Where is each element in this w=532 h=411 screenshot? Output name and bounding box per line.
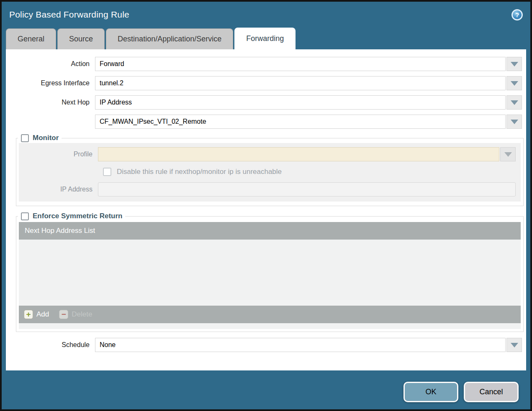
egress-interface-label: Egress Interface (6, 79, 95, 87)
next-hop-address-list-table: Next Hop Address List + Add − Delete (19, 222, 521, 329)
schedule-row: Schedule (6, 338, 522, 352)
action-label: Action (6, 60, 95, 68)
next-hop-address-list-header: Next Hop Address List (19, 222, 521, 240)
profile-dropdown-button (500, 147, 516, 161)
chevron-down-icon (511, 120, 518, 124)
enforce-symmetric-return-legend: Enforce Symmetric Return (18, 212, 125, 220)
profile-row: Profile (19, 147, 516, 161)
next-hop-type-input[interactable] (95, 95, 506, 110)
enforce-symmetric-return-legend-label: Enforce Symmetric Return (33, 212, 122, 220)
next-hop-address-list-toolbar: + Add − Delete (19, 306, 521, 323)
egress-interface-row: Egress Interface (6, 76, 522, 90)
next-hop-address-list-body (19, 240, 521, 306)
monitor-panel: Profile Disable this rule if nexthop/mon… (19, 143, 521, 202)
next-hop-address-row (6, 115, 522, 129)
profile-input (98, 147, 499, 161)
monitor-ip-address-label: IP Address (19, 186, 98, 193)
help-icon[interactable]: ? (511, 9, 523, 20)
monitor-section: Monitor Profile Disable this rule if nex… (16, 134, 524, 206)
monitor-ip-address-input (98, 182, 516, 197)
tab-destination-application-service[interactable]: Destination/Application/Service (106, 28, 233, 49)
chevron-down-icon (504, 152, 512, 157)
disable-rule-label: Disable this rule if nexthop/monitor ip … (117, 168, 282, 176)
monitor-legend-label: Monitor (33, 134, 59, 142)
next-hop-label: Next Hop (6, 99, 95, 106)
tab-source[interactable]: Source (57, 28, 105, 49)
monitor-legend: Monitor (18, 134, 62, 142)
next-hop-row: Next Hop (6, 95, 522, 110)
ok-button[interactable]: OK (403, 382, 458, 402)
monitor-checkbox[interactable] (21, 134, 29, 142)
next-hop-address-input[interactable] (95, 115, 506, 129)
action-input[interactable] (95, 57, 506, 71)
plus-icon: + (24, 310, 33, 319)
action-row: Action (6, 57, 522, 71)
chevron-down-icon (511, 81, 518, 86)
delete-button-label: Delete (72, 310, 92, 319)
minus-icon: − (59, 310, 68, 319)
schedule-label: Schedule (6, 341, 95, 349)
action-dropdown-button[interactable] (506, 57, 522, 71)
forwarding-tab-panel: Action Egress Interface Next Hop (6, 49, 526, 370)
dialog-footer: OK Cancel (403, 382, 519, 402)
tab-bar: General Source Destination/Application/S… (2, 28, 530, 49)
enforce-symmetric-return-checkbox[interactable] (21, 212, 29, 220)
tab-general[interactable]: General (6, 28, 56, 49)
schedule-dropdown-button[interactable] (506, 338, 522, 352)
chevron-down-icon (511, 343, 518, 347)
dialog-titlebar: Policy Based Forwarding Rule ? (2, 2, 530, 28)
pbf-rule-dialog: Policy Based Forwarding Rule ? General S… (0, 0, 532, 411)
profile-label: Profile (19, 151, 98, 158)
next-hop-address-dropdown-button[interactable] (506, 115, 522, 129)
enforce-symmetric-return-section: Enforce Symmetric Return Next Hop Addres… (16, 212, 524, 332)
egress-interface-input[interactable] (95, 76, 506, 90)
delete-button: − Delete (59, 310, 92, 319)
chevron-down-icon (511, 100, 518, 105)
disable-rule-checkbox (103, 168, 111, 176)
page-title: Policy Based Forwarding Rule (9, 10, 129, 20)
schedule-input[interactable] (95, 338, 506, 352)
tab-forwarding[interactable]: Forwarding (234, 28, 296, 49)
cancel-button[interactable]: Cancel (464, 382, 519, 402)
monitor-ip-address-row: IP Address (19, 182, 516, 197)
add-button[interactable]: + Add (24, 310, 49, 319)
chevron-down-icon (511, 62, 518, 66)
next-hop-type-dropdown-button[interactable] (506, 95, 522, 110)
egress-interface-dropdown-button[interactable] (506, 76, 522, 90)
disable-rule-row: Disable this rule if nexthop/monitor ip … (103, 166, 521, 178)
add-button-label: Add (36, 310, 49, 319)
